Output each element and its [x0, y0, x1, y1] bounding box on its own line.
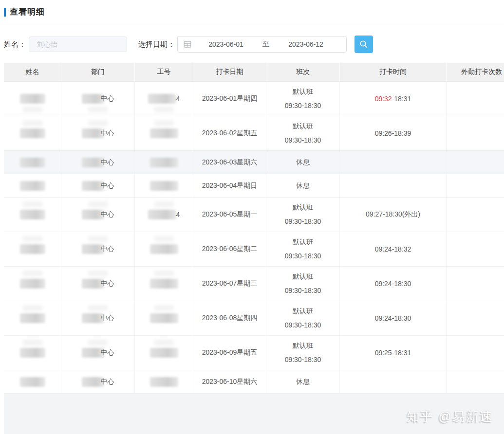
redaction-ghost: [88, 107, 108, 112]
department-cell: 中心: [61, 116, 135, 150]
name-cell: [4, 232, 61, 266]
name-input[interactable]: [29, 36, 127, 52]
date-start-value[interactable]: 2023-06-01: [191, 40, 261, 48]
shift-cell: 默认班09:30-18:30: [266, 82, 340, 116]
date-cell: 2023-06-10星期六: [193, 370, 266, 393]
redaction-ghost: [88, 271, 108, 276]
field-count-cell: [447, 267, 504, 301]
time-normal: 09:27-18:30(外出): [366, 210, 420, 219]
col-header-department: 部门: [61, 63, 135, 81]
redaction-ghost: [88, 120, 108, 126]
name-cell: [4, 174, 61, 197]
search-icon: [359, 39, 369, 49]
table-row: 中心 2023-06-08星期四 默认班09:30-18:30 09:24-18…: [4, 301, 504, 336]
redaction-ghost: [154, 340, 174, 345]
employee-id-cell: 4: [135, 82, 193, 116]
employee-id-cell: 4: [135, 198, 193, 232]
field-count-cell: [447, 301, 504, 335]
redaction-ghost: [23, 305, 42, 311]
redaction-ghost: [154, 201, 174, 207]
redacted-employee-id: [150, 348, 178, 358]
employee-id-cell: [135, 151, 193, 174]
redacted-name: [20, 210, 45, 219]
table-row: 中心 4 2023-06-05星期一 默认班09:30-18:30 09:27-…: [4, 198, 504, 232]
employee-id-cell: [135, 336, 193, 370]
time-normal: -18:31: [392, 95, 411, 103]
employee-id-cell: [135, 174, 193, 197]
name-cell: [4, 267, 61, 301]
punch-time-cell: 09:32-18:31: [340, 82, 447, 116]
date-cell: 2023-06-04星期日: [193, 174, 266, 197]
field-count-cell: [447, 232, 504, 266]
redaction-ghost: [23, 107, 42, 112]
redaction-ghost: [154, 107, 174, 112]
department-cell: 中心: [61, 267, 135, 301]
dept-suffix: 中心: [101, 158, 114, 167]
employee-id-cell: [135, 232, 193, 266]
dept-suffix: 中心: [101, 378, 114, 386]
date-cell: 2023-06-01星期四: [193, 82, 266, 116]
date-cell: 2023-06-05星期一: [193, 198, 266, 232]
table-row: 中心 2023-06-09星期五 默认班09:30-18:30 09:25-18…: [4, 336, 504, 370]
punch-time-cell: 09:24-18:32: [340, 232, 447, 266]
department-cell: 中心: [61, 151, 135, 174]
department-cell: 中心: [61, 174, 135, 197]
redaction-ghost: [23, 236, 42, 242]
redaction-ghost: [88, 236, 108, 242]
redacted-employee-id: [148, 210, 176, 219]
redaction-ghost: [23, 271, 42, 276]
field-count-cell: [447, 82, 504, 116]
id-suffix: 4: [176, 211, 180, 218]
redaction-ghost: [88, 340, 108, 345]
redaction-ghost: [88, 305, 108, 311]
page-header: 查看明细: [0, 0, 504, 18]
shift-cell: 休息: [266, 370, 340, 393]
col-header-name: 姓名: [4, 63, 61, 81]
filter-bar: 姓名： 选择日期： 2023-06-01 至 2023-06-12: [0, 24, 504, 64]
search-button[interactable]: [355, 36, 373, 53]
name-cell: [4, 82, 61, 116]
redacted-name: [20, 158, 45, 167]
redaction-ghost: [23, 201, 42, 207]
redacted-name: [20, 128, 45, 138]
redacted-employee-id: [148, 94, 176, 104]
dept-suffix: 中心: [101, 245, 114, 253]
name-cell: [4, 301, 61, 335]
attendance-table: 姓名 部门 工号 打卡日期 班次 打卡时间 外勤打卡次数 中心: [4, 63, 504, 394]
department-cell: 中心: [61, 198, 135, 232]
punch-time-cell: 09:24-18:30: [340, 301, 447, 335]
field-count-cell: [447, 336, 504, 370]
field-count-cell: [447, 174, 504, 197]
table-row: 中心 2023-06-06星期二 默认班09:30-18:30 09:24-18…: [4, 232, 504, 267]
table-header-row: 姓名 部门 工号 打卡日期 班次 打卡时间 外勤打卡次数: [4, 63, 504, 82]
col-header-field-count: 外勤打卡次数: [447, 63, 504, 81]
date-cell: 2023-06-06星期二: [193, 232, 266, 266]
redaction-ghost: [23, 340, 42, 345]
punch-time-cell: 09:27-18:30(外出): [340, 198, 447, 232]
date-cell: 2023-06-07星期三: [193, 267, 266, 301]
department-cell: 中心: [61, 370, 135, 393]
employee-id-cell: [135, 301, 193, 335]
dept-suffix: 中心: [101, 314, 114, 323]
table-row: 中心 2023-06-04星期日 休息: [4, 174, 504, 198]
name-label: 姓名：: [4, 40, 26, 49]
date-cell: 2023-06-03星期六: [193, 151, 266, 174]
punch-time-cell: 09:24-18:30: [340, 267, 447, 301]
date-range-picker[interactable]: 2023-06-01 至 2023-06-12: [177, 36, 347, 53]
dept-suffix: 中心: [101, 348, 114, 357]
col-header-punch-time: 打卡时间: [340, 63, 447, 81]
redaction-ghost: [154, 120, 174, 126]
employee-id-cell: [135, 370, 193, 393]
department-cell: 中心: [61, 232, 135, 266]
shift-cell: 默认班09:30-18:30: [266, 232, 340, 266]
redaction-ghost: [88, 201, 108, 207]
redacted-employee-id: [150, 377, 178, 387]
time-normal: 09:25-18:31: [375, 349, 411, 357]
date-range-separator: 至: [261, 40, 271, 49]
time-normal: 09:24-18:30: [375, 280, 411, 288]
date-end-value[interactable]: 2023-06-12: [271, 40, 340, 48]
dept-suffix: 中心: [101, 181, 114, 190]
field-count-cell: [447, 116, 504, 150]
field-count-cell: [447, 370, 504, 393]
col-header-punch-date: 打卡日期: [193, 63, 266, 81]
